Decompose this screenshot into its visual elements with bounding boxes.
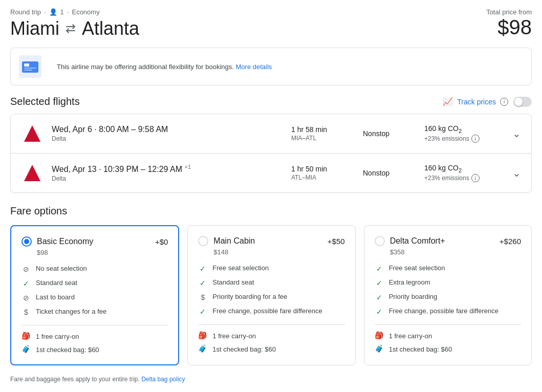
dollar-icon-main: $ [198,293,207,302]
flight-2-duration: 1 hr 50 min ATL–MIA [281,165,353,181]
info-banner: This airline may be offering additional … [10,48,532,85]
flight-2-expand-icon[interactable]: ⌄ [512,167,521,179]
fare-name-group-comfort: Delta Comfort+ [375,236,445,246]
fare-feature-basic-2: ✓ Standard seat [21,279,168,288]
fare-card-basic-economy-header: Basic Economy +$0 [21,236,168,247]
flight-1-route: MIA–ATL [291,135,353,142]
flight-1-stops: Nonstop [353,129,414,138]
fare-name-comfort: Delta Comfort+ [390,236,445,246]
emissions-info-icon-2[interactable]: i [471,174,480,182]
flight-2-date: Wed, Apr 13 [52,165,97,173]
flight-2-emissions: 160 kg CO2 +23% emissions i [414,164,506,183]
selected-flights-title: Selected flights [10,96,80,107]
baggage-basic-checked: 🧳 1st checked bag: $60 [21,345,168,354]
track-prices-button[interactable]: 📈 Track prices i [443,97,508,106]
baggage-basic-carryon: 🎒 1 free carry-on [21,332,168,341]
carryon-icon-main: 🎒 [198,331,207,340]
flight-2-arrive: 12:29 AM [147,165,182,173]
fare-addon-main: +$50 [328,237,345,246]
flight-1-arrive: 9:58 AM [138,125,168,134]
fare-feature-main-2: ✓ Standard seat [198,278,344,288]
dot-separator-2: · [67,8,69,16]
flight-2-co2: 160 kg CO2 [424,164,506,173]
flight-2-duration-time: 1 hr 50 min [291,165,353,173]
checked-bag-icon-main: 🧳 [198,344,207,354]
delta-logo-1 [21,122,44,145]
flight-1-duration: 1 hr 58 min MIA–ATL [281,125,353,142]
fare-radio-basic[interactable] [21,236,32,247]
baggage-main-carryon: 🎒 1 free carry-on [198,331,344,340]
svg-rect-3 [24,68,36,69]
fare-price-main: $148 [213,248,344,256]
fare-card-delta-comfort[interactable]: Delta Comfort+ +$260 $358 ✓ Free seat se… [364,225,532,365]
header-right: Total price from $98 [486,8,532,39]
fare-options-title: Fare options [10,205,532,217]
trip-type: Round trip [10,8,41,16]
flight-2-emissions-pct: +23% emissions i [424,174,506,182]
flight-2-route: ATL–MIA [291,174,353,181]
fare-card-main-cabin[interactable]: Main Cabin +$50 $148 ✓ Free seat selecti… [187,225,355,365]
fare-feature-comfort-3: ✓ Priority boarding [375,293,521,302]
footer-note: Fare and baggage fees apply to your enti… [10,376,532,383]
fare-radio-main[interactable] [198,236,208,246]
check-icon-basic-2: ✓ [21,279,31,288]
emissions-info-icon-1[interactable]: i [471,135,480,143]
footer-note-text: Fare and baggage fees apply to your enti… [10,376,140,383]
flight-row-2[interactable]: Wed, Apr 13 · 10:39 PM – 12:29 AM +1 Del… [11,154,531,192]
fare-card-basic-economy[interactable]: Basic Economy +$0 $98 ⊘ No seat selectio… [10,225,179,365]
dollar-icon-basic: $ [21,308,31,317]
fare-feature-comfort-2: ✓ Extra legroom [375,278,521,288]
dot-separator-1: · [44,8,46,16]
fare-name-basic: Basic Economy [37,237,93,246]
flight-1-emissions-pct: +23% emissions i [424,135,506,143]
fare-card-main-cabin-header: Main Cabin +$50 [198,236,344,246]
flight-2-info: Wed, Apr 13 · 10:39 PM – 12:29 AM +1 Del… [52,164,281,182]
page-header: Round trip · 👤 1 · Economy Miami ⇄ Atlan… [10,8,532,39]
fare-radio-comfort[interactable] [375,236,385,246]
fare-cards-container: Basic Economy +$0 $98 ⊘ No seat selectio… [10,225,532,365]
total-price-value: $98 [486,16,532,39]
track-prices-toggle[interactable] [513,97,532,107]
fare-card-comfort-header: Delta Comfort+ +$260 [375,236,521,246]
fare-name-group-main: Main Cabin [198,236,255,246]
flight-1-expand-icon[interactable]: ⌄ [512,127,521,140]
svg-marker-6 [24,165,40,181]
check-icon-comfort-1: ✓ [375,264,384,273]
check-icon-main-2: ✓ [198,278,207,288]
fare-feature-basic-4: $ Ticket changes for a fee [21,308,168,317]
flights-container: Wed, Apr 6 · 8:00 AM – 9:58 AM Delta 1 h… [10,114,532,193]
co2-subscript-1: 2 [459,127,462,134]
route-title: Miami ⇄ Atlanta [10,18,139,39]
fare-features-main: ✓ Free seat selection ✓ Standard seat $ … [198,264,344,316]
no-seat-icon: ⊘ [21,265,31,274]
baggage-main-checked: 🧳 1st checked bag: $60 [198,344,344,354]
flight-1-duration-time: 1 hr 58 min [291,125,353,134]
header-left: Round trip · 👤 1 · Economy Miami ⇄ Atlan… [10,8,139,39]
flight-row[interactable]: Wed, Apr 6 · 8:00 AM – 9:58 AM Delta 1 h… [11,114,531,154]
banner-main-text: This airline may be offering additional … [57,63,234,71]
fare-radio-inner-basic [24,239,29,244]
no-board-icon: ⊘ [21,293,31,302]
fare-feature-comfort-4: ✓ Free change, possible fare difference [375,307,521,316]
track-prices-label: Track prices [457,98,496,106]
flight-1-times: Wed, Apr 6 · 8:00 AM – 9:58 AM [52,125,281,134]
flight-1-airline: Delta [52,135,281,142]
flight-1-date: Wed, Apr 6 [52,125,92,134]
trip-meta: Round trip · 👤 1 · Economy [10,8,139,16]
baggage-comfort-checked: 🧳 1st checked bag: $60 [375,344,521,354]
fare-divider-comfort [375,324,521,325]
flexibility-icon [19,55,41,78]
delta-bag-policy-link[interactable]: Delta bag policy [141,376,185,383]
selected-flights-header: Selected flights 📈 Track prices i [10,96,532,107]
fare-features-comfort: ✓ Free seat selection ✓ Extra legroom ✓ … [375,264,521,316]
fare-feature-main-4: ✓ Free change, possible fare difference [198,307,344,316]
total-price-label: Total price from [486,8,532,16]
baggage-basic: 🎒 1 free carry-on 🧳 1st checked bag: $60 [21,332,168,354]
checked-bag-icon-comfort: 🧳 [375,344,384,354]
check-icon-comfort-2: ✓ [375,278,384,288]
track-prices-info-icon[interactable]: i [500,98,508,106]
baggage-comfort-carryon: 🎒 1 free carry-on [375,331,521,340]
fare-feature-basic-3: ⊘ Last to board [21,293,168,302]
flight-1-info: Wed, Apr 6 · 8:00 AM – 9:58 AM Delta [52,125,281,142]
more-details-link[interactable]: More details [236,63,272,71]
